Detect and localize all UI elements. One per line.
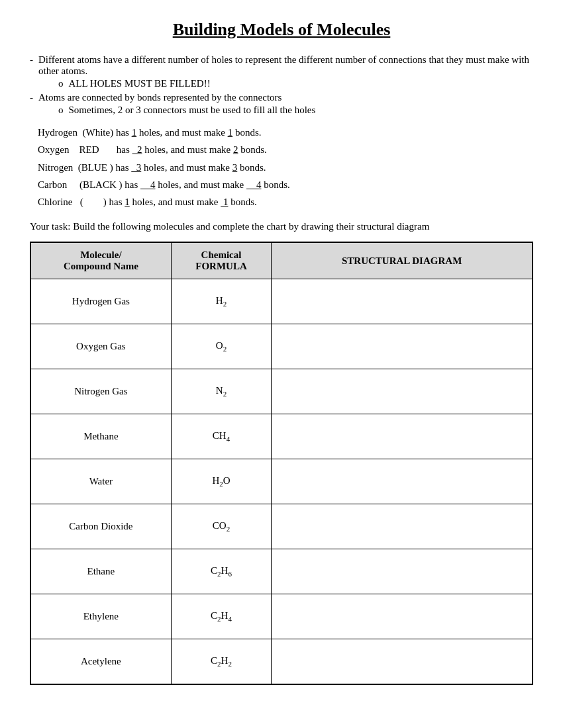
- row-acetylene: Acetylene C2H2: [30, 639, 533, 684]
- name-ethane: Ethane: [30, 549, 171, 594]
- name-water: Water: [30, 459, 171, 504]
- formula-ethylene: C2H4: [171, 594, 272, 639]
- diagram-ethylene: [272, 594, 533, 639]
- page-title: Building Models of Molecules: [30, 20, 533, 40]
- header-diagram: STRUCTURAL DIAGRAM: [272, 242, 533, 279]
- header-name: Molecule/Compound Name: [30, 242, 171, 279]
- row-water: Water H2O: [30, 459, 533, 504]
- row-hydrogen-gas: Hydrogen Gas H2: [30, 279, 533, 324]
- diagram-water: [272, 459, 533, 504]
- row-carbon-dioxide: Carbon Dioxide CO2: [30, 504, 533, 549]
- diagram-ethane: [272, 549, 533, 594]
- atom-nitrogen: Nitrogen (BLUE ) has 3 holes, and must m…: [38, 159, 533, 176]
- circle-bullet-1: o: [58, 78, 64, 89]
- diagram-oxygen-gas: [272, 324, 533, 369]
- row-ethane: Ethane C2H6: [30, 549, 533, 594]
- diagram-methane: [272, 414, 533, 459]
- formula-hydrogen-gas: H2: [171, 279, 272, 324]
- row-methane: Methane CH4: [30, 414, 533, 459]
- formula-acetylene: C2H2: [171, 639, 272, 684]
- atom-hydrogen: Hydrogen (White) has 1 holes, and must m…: [38, 124, 533, 141]
- header-formula: ChemicalFORMULA: [171, 242, 272, 279]
- name-acetylene: Acetylene: [30, 639, 171, 684]
- sub-item-1: o ALL HOLES MUST BE FILLED!!: [58, 78, 533, 89]
- row-oxygen-gas: Oxygen Gas O2: [30, 324, 533, 369]
- formula-nitrogen-gas: N2: [171, 369, 272, 414]
- atom-info: Hydrogen (White) has 1 holes, and must m…: [38, 124, 533, 210]
- diagram-nitrogen-gas: [272, 369, 533, 414]
- formula-carbon-dioxide: CO2: [171, 504, 272, 549]
- name-carbon-dioxide: Carbon Dioxide: [30, 504, 171, 549]
- row-ethylene: Ethylene C2H4: [30, 594, 533, 639]
- sub-text-2: Sometimes, 2 or 3 connectors must be use…: [69, 105, 316, 116]
- row-nitrogen-gas: Nitrogen Gas N2: [30, 369, 533, 414]
- bullet-dash-1: -: [30, 54, 33, 89]
- atom-oxygen: Oxygen RED has 2 holes, and must make 2 …: [38, 141, 533, 158]
- name-nitrogen-gas: Nitrogen Gas: [30, 369, 171, 414]
- diagram-carbon-dioxide: [272, 504, 533, 549]
- bullet-text-2: Atoms are connected by bonds represented…: [38, 92, 282, 103]
- intro-section: - Different atoms have a different numbe…: [30, 54, 533, 210]
- atom-carbon: Carbon (BLACK ) has 4 holes, and must ma…: [38, 176, 533, 193]
- bullet-item-2: - Atoms are connected by bonds represent…: [30, 92, 533, 116]
- diagram-hydrogen-gas: [272, 279, 533, 324]
- formula-oxygen-gas: O2: [171, 324, 272, 369]
- sub-item-2: o Sometimes, 2 or 3 connectors must be u…: [58, 105, 315, 116]
- circle-bullet-2: o: [58, 105, 64, 116]
- name-oxygen-gas: Oxygen Gas: [30, 324, 171, 369]
- name-methane: Methane: [30, 414, 171, 459]
- bullet-text-1: Different atoms have a different number …: [38, 54, 529, 76]
- molecules-table: Molecule/Compound Name ChemicalFORMULA S…: [30, 242, 533, 685]
- name-hydrogen-gas: Hydrogen Gas: [30, 279, 171, 324]
- bullet-item-1: - Different atoms have a different numbe…: [30, 54, 533, 89]
- task-line: Your task: Build the following molecules…: [30, 221, 533, 232]
- atom-chlorine: Chlorine ( ) has 1 holes, and must make …: [38, 193, 533, 210]
- diagram-acetylene: [272, 639, 533, 684]
- bullet-dash-2: -: [30, 92, 33, 116]
- formula-water: H2O: [171, 459, 272, 504]
- sub-text-1: ALL HOLES MUST BE FILLED!!: [69, 78, 211, 89]
- formula-methane: CH4: [171, 414, 272, 459]
- name-ethylene: Ethylene: [30, 594, 171, 639]
- formula-ethane: C2H6: [171, 549, 272, 594]
